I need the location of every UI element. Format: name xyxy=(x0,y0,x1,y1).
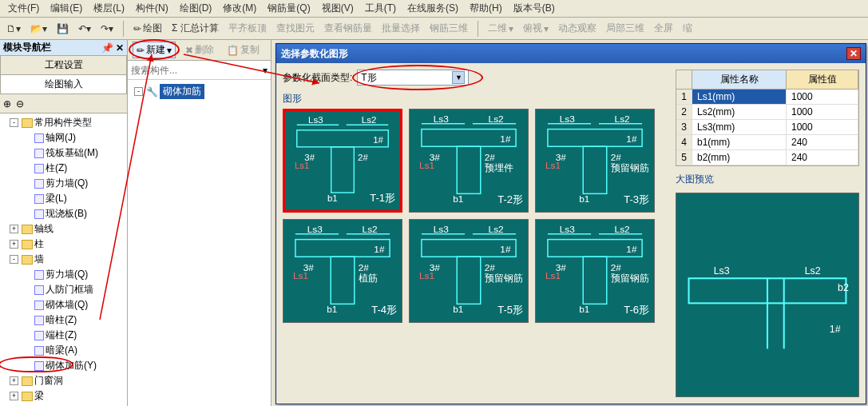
top-btn[interactable]: 俯视▾ xyxy=(520,20,552,37)
tree-node[interactable]: + 梁 xyxy=(2,388,125,404)
tree-node[interactable]: 剪力墙(Q) xyxy=(2,267,125,282)
undo-icon[interactable]: ↶▾ xyxy=(75,22,94,36)
menu-version[interactable]: 版本号(B) xyxy=(509,0,560,17)
item-icon xyxy=(34,361,44,371)
dyn-btn[interactable]: 动态观察 xyxy=(555,20,600,37)
tree-node[interactable]: 端柱(Z) xyxy=(2,328,125,343)
tab-draw-input[interactable]: 绘图输入 xyxy=(0,75,127,94)
nav-panel-header: 模块导航栏 📌 ✕ xyxy=(0,40,127,56)
chevron-down-icon[interactable]: ▼ xyxy=(452,71,465,84)
menu-modify[interactable]: 修改(M) xyxy=(218,0,261,17)
expander-icon[interactable]: - xyxy=(10,255,18,264)
draw-btn[interactable]: ✏ 绘图 xyxy=(130,20,165,37)
expander-icon[interactable]: + xyxy=(10,225,18,233)
tree-node[interactable]: 柱(Z) xyxy=(2,161,125,176)
shape-option[interactable]: Ls3Ls21#2#3#b1Ls1预留钢筋T-5形 xyxy=(409,219,529,323)
tree-node[interactable]: 剪力墙(Q) xyxy=(2,176,125,191)
expander-icon[interactable]: - xyxy=(10,118,18,127)
tree-node[interactable]: 砌体墙(Q) xyxy=(2,297,125,312)
svg-rect-24 xyxy=(583,146,607,193)
shape-option[interactable]: Ls3Ls21#2#3#b1Ls1T-1形 xyxy=(283,109,402,213)
section-type-select[interactable]: T形 ▼ xyxy=(357,70,469,86)
component-tree[interactable]: - 常用构件类型 轴网(J) 筏板基础(M) 柱(Z) 剪力墙(Q) 梁(L) … xyxy=(0,113,127,406)
local3d-btn[interactable]: 局部三维 xyxy=(603,20,648,37)
tree-node[interactable]: - 常用构件类型 xyxy=(2,115,125,130)
tree-node[interactable]: 人防门框墙 xyxy=(2,282,125,297)
menu-tools[interactable]: 工具(T) xyxy=(360,0,401,17)
search-clear-icon[interactable]: ▾ xyxy=(263,65,268,76)
svg-text:b1: b1 xyxy=(579,304,589,315)
save-icon[interactable]: 💾 xyxy=(54,22,72,36)
menu-help[interactable]: 帮助(H) xyxy=(465,0,507,17)
tab-project-settings[interactable]: 工程设置 xyxy=(0,56,127,75)
shapes-grid: Ls3Ls21#2#3#b1Ls1T-1形Ls3Ls21#2#3#b1Ls1预埋… xyxy=(283,109,668,323)
open-icon[interactable]: 📂▾ xyxy=(27,22,50,36)
tree-node[interactable]: - 墙 xyxy=(2,252,125,267)
expander-icon[interactable]: + xyxy=(10,240,18,249)
component-list[interactable]: - 🔧 砌体加筋 xyxy=(128,80,271,406)
table-row[interactable]: 2Ls2(mm)1000 xyxy=(676,105,858,120)
pin-icon[interactable]: 📌 ✕ xyxy=(101,42,124,54)
svg-text:Ls3: Ls3 xyxy=(434,113,449,125)
item-icon xyxy=(34,209,44,219)
new-doc-icon[interactable]: 🗋▾ xyxy=(3,22,24,36)
bar3d-btn[interactable]: 钢筋三维 xyxy=(426,20,471,37)
menu-online[interactable]: 在线服务(S) xyxy=(402,0,463,17)
tree-node[interactable]: 暗柱(Z) xyxy=(2,312,125,328)
table-row[interactable]: 3Ls3(mm)1000 xyxy=(676,120,858,135)
shape-option[interactable]: Ls3Ls21#2#3#b1Ls1预埋件T-2形 xyxy=(409,109,529,213)
tree-node[interactable]: 砌体加筋(Y) xyxy=(2,358,125,373)
tree-node[interactable]: 轴网(J) xyxy=(2,130,125,145)
menu-draw[interactable]: 绘图(D) xyxy=(175,0,217,17)
svg-text:Ls1: Ls1 xyxy=(419,160,434,171)
shape-option[interactable]: Ls3Ls21#2#3#b1Ls1预留钢筋T-3形 xyxy=(535,109,655,213)
find-bar-btn[interactable]: 查看钢筋量 xyxy=(321,20,375,37)
new-button[interactable]: ✏ 新建▾ xyxy=(133,42,176,58)
find-el-btn[interactable]: 查找图元 xyxy=(273,20,318,37)
svg-text:Ls3: Ls3 xyxy=(560,113,575,125)
copy-button[interactable]: 📋 复制 xyxy=(224,42,263,58)
list-item-selected[interactable]: 砌体加筋 xyxy=(160,84,204,99)
menu-edit[interactable]: 编辑(E) xyxy=(46,0,87,17)
2d-btn[interactable]: 二维▾ xyxy=(485,20,517,37)
batch-btn[interactable]: 批量选择 xyxy=(379,20,423,37)
svg-text:Ls2: Ls2 xyxy=(489,113,504,125)
menu-view[interactable]: 视图(V) xyxy=(317,0,359,17)
tree-node[interactable]: 现浇板(B) xyxy=(2,206,125,221)
menu-file[interactable]: 文件(F) xyxy=(3,0,44,17)
collapse-icon[interactable]: ⊖ xyxy=(16,98,24,109)
shape-option[interactable]: Ls3Ls21#2#3#b1Ls1预留钢筋T-6形 xyxy=(535,219,655,323)
close-icon[interactable]: ✕ xyxy=(846,47,861,60)
expander-icon[interactable]: + xyxy=(10,392,18,400)
table-row[interactable]: 4b1(mm)240 xyxy=(676,135,858,150)
tree-node[interactable]: + 柱 xyxy=(2,237,125,252)
calc-btn[interactable]: Σ 汇总计算 xyxy=(168,20,222,37)
table-row[interactable]: 5b2(mm)240 xyxy=(676,150,858,165)
zoom-btn[interactable]: 缩 xyxy=(680,20,696,37)
menu-component[interactable]: 构件(N) xyxy=(131,0,173,17)
dialog-titlebar[interactable]: 选择参数化图形 ✕ xyxy=(276,44,866,63)
expand-icon[interactable]: ⊕ xyxy=(3,98,11,109)
search-input[interactable] xyxy=(131,65,263,76)
flat-btn[interactable]: 平齐板顶 xyxy=(225,20,270,37)
menu-floor[interactable]: 楼层(L) xyxy=(89,0,129,17)
shape-name: T-6形 xyxy=(624,303,649,317)
redo-icon[interactable]: ↷▾ xyxy=(97,22,117,36)
parametric-shape-dialog: 选择参数化图形 ✕ 参数化截面类型: T形 ▼ 图形 Ls3Ls21#2#3#b… xyxy=(275,43,866,404)
tree-node[interactable]: 暗梁(A) xyxy=(2,343,125,358)
tree-label: 轴网(J) xyxy=(46,131,76,145)
svg-text:Ls2: Ls2 xyxy=(615,113,630,125)
menu-rebar[interactable]: 钢筋量(Q) xyxy=(263,0,315,17)
delete-button[interactable]: ✖ 删除 xyxy=(182,42,217,58)
tree-node[interactable]: + 轴线 xyxy=(2,221,125,237)
nav-title: 模块导航栏 xyxy=(3,41,51,54)
shape-name: T-5形 xyxy=(497,303,523,317)
table-row[interactable]: 1Ls1(mm)1000 xyxy=(676,90,858,105)
tree-node[interactable]: 筏板基础(M) xyxy=(2,145,125,161)
tree-collapse-icon[interactable]: - xyxy=(134,87,143,96)
tree-node[interactable]: + 门窗洞 xyxy=(2,373,125,388)
expander-icon[interactable]: + xyxy=(10,376,18,385)
tree-node[interactable]: 梁(L) xyxy=(2,191,125,206)
full-btn[interactable]: 全屏 xyxy=(651,20,676,37)
shape-option[interactable]: Ls3Ls21#2#3#b1Ls1植筋T-4形 xyxy=(283,219,402,323)
